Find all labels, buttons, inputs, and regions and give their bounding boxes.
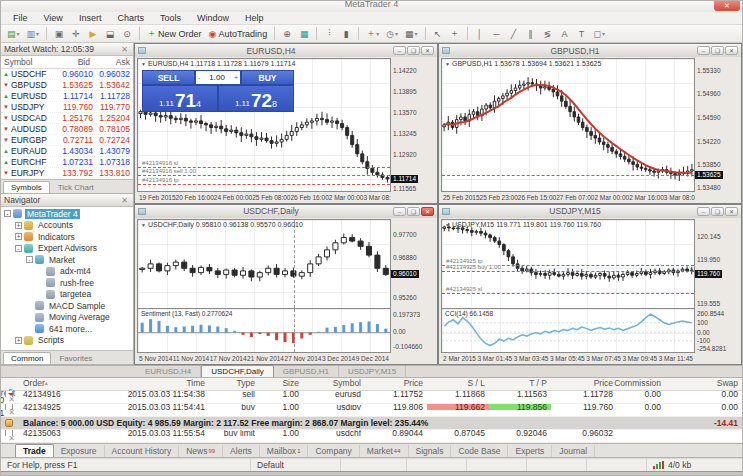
- chart-close-button[interactable]: ✕: [725, 207, 738, 216]
- market-watch-tab-symbols[interactable]: Symbols: [3, 181, 50, 193]
- candlestick-icon[interactable]: ▮: [338, 26, 354, 41]
- chart-price-pane[interactable]: ▼EURUSD,H4 1.11718 1.11728 1.11679 1.117…: [137, 58, 391, 192]
- indicator-pane[interactable]: Sentiment (13, Fast) 0.27706240.1973730.…: [137, 309, 391, 353]
- close-icon[interactable]: ✕: [119, 45, 130, 54]
- volume-stepper[interactable]: -1.00+: [195, 70, 241, 85]
- expand-icon[interactable]: +: [15, 233, 22, 240]
- close-icon[interactable]: ✕: [119, 196, 130, 205]
- magnifier-icon[interactable]: ⊙: [119, 26, 135, 41]
- menu-help[interactable]: Help: [237, 13, 272, 23]
- chart-minimize-button[interactable]: –: [697, 207, 710, 216]
- navigator-tab-common[interactable]: Common: [3, 352, 51, 364]
- close-position-icon[interactable]: ✕: [8, 397, 15, 403]
- new-order-button[interactable]: ＋New Order: [144, 26, 205, 41]
- chart-minimize-button[interactable]: –: [393, 46, 406, 55]
- menu-window[interactable]: Window: [189, 13, 237, 23]
- periods-icon[interactable]: ◷▾: [383, 26, 401, 41]
- market-watch-row-usdjpy[interactable]: ▼USDJPY119.760119.770: [1, 102, 133, 113]
- collapse-icon[interactable]: -: [4, 210, 11, 217]
- templates-icon[interactable]: ▦▾: [402, 26, 421, 41]
- chart-dropdown-icon[interactable]: ▼: [445, 222, 450, 228]
- terminal-tab-signals[interactable]: Signals: [409, 445, 452, 457]
- chart-close-button[interactable]: ✕: [421, 46, 434, 55]
- chart-titlebar[interactable]: USDJPY,M15–❏✕: [439, 205, 741, 218]
- market-watch-row-usdcad[interactable]: ▼USDCAD1.251761.25204: [1, 113, 133, 124]
- tile-windows-icon[interactable]: ▦: [296, 26, 312, 41]
- market-watch-tab-tick-chart[interactable]: Tick Chart: [50, 181, 102, 193]
- terminal-column-commission[interactable]: Commission: [617, 378, 665, 388]
- chart-tab-usdchf-daily[interactable]: USDCHF,Daily: [201, 365, 273, 377]
- expand-icon[interactable]: +: [15, 337, 22, 344]
- terminal-column-symbol[interactable]: Symbol: [303, 378, 365, 388]
- terminal-tab-trade[interactable]: Trade: [15, 444, 54, 457]
- chart-minimize-button[interactable]: –: [393, 207, 406, 216]
- autoscroll-icon[interactable]: ▶: [85, 26, 101, 41]
- navigator-item-rush-free[interactable]: rush-free: [1, 277, 133, 289]
- terminal-column-type[interactable]: Type: [209, 378, 259, 388]
- terminal-column-time[interactable]: Time: [81, 378, 209, 388]
- navigator-item-adx-mt4[interactable]: adx-mt4: [1, 266, 133, 278]
- terminal-column-swap[interactable]: Swap: [665, 378, 742, 388]
- navigator-item-641-more-[interactable]: 641 more...: [1, 323, 133, 335]
- new-chart-icon[interactable]: ▤▾: [4, 26, 23, 41]
- fibonacci-icon[interactable]: ≶: [540, 26, 556, 41]
- menu-view[interactable]: View: [36, 13, 71, 23]
- chart-price-pane[interactable]: ▼USDCHF,Daily 0.95810 0.96138 0.95570 0.…: [137, 219, 391, 309]
- navigator-item-targetea[interactable]: targetea: [1, 289, 133, 301]
- sell-button[interactable]: SELL: [142, 70, 195, 85]
- horizontal-line-icon[interactable]: ─: [489, 26, 505, 41]
- navigator-item-macd-sample[interactable]: MACD Sample: [1, 300, 133, 312]
- text-icon[interactable]: A: [557, 26, 573, 41]
- window-close-button[interactable]: ✕: [714, 1, 740, 11]
- chart-dropdown-icon[interactable]: ▼: [445, 61, 450, 67]
- profiles-icon[interactable]: ▥▾: [24, 26, 43, 41]
- navigator-item-accounts[interactable]: +Accounts: [1, 220, 133, 232]
- cursor-icon[interactable]: ↖: [430, 26, 446, 41]
- chart-tab-eurusd-h4[interactable]: EURUSD,H4: [136, 366, 201, 377]
- chart-close-button[interactable]: ✕: [725, 46, 738, 55]
- terminal-balance-row[interactable]: Balance: 5 000.00 USD Equity: 4 985.59 M…: [1, 417, 742, 430]
- terminal-tab-journal[interactable]: Journal: [552, 445, 595, 457]
- status-profile[interactable]: Default: [251, 459, 341, 471]
- terminal-column-order[interactable]: Order ▴: [19, 378, 81, 388]
- sell-price[interactable]: 1.11714: [142, 85, 218, 112]
- crosshair-tool-icon[interactable]: ＋: [447, 26, 463, 41]
- indicator-pane[interactable]: CCI(14) 66.1458260.85441000.00-100-254.8…: [441, 309, 695, 353]
- autotrading-button[interactable]: ◉AutoTrading: [206, 26, 271, 41]
- collapse-icon[interactable]: -: [15, 245, 22, 252]
- chart-restore-button[interactable]: ❏: [711, 46, 724, 55]
- market-watch-row-usdchf[interactable]: ▲USDCHF0.960100.96032: [1, 69, 133, 80]
- chart-titlebar[interactable]: GBPUSD,H1–❏✕: [439, 44, 741, 57]
- zoom-in-icon[interactable]: ⊕: [279, 26, 295, 41]
- chart-tab-usdjpy-m15[interactable]: USDJPY,M15: [339, 366, 406, 377]
- terminal-tab-alerts[interactable]: Alerts: [223, 445, 260, 457]
- navigator-item-scripts[interactable]: +Scripts: [1, 335, 133, 347]
- chart-titlebar[interactable]: USDCHF,Daily–❏✕: [135, 205, 437, 218]
- terminal-order-row-42135063[interactable]: 421350632015.03.03 11:55:54buy limit1.00…: [1, 430, 742, 443]
- chart-dropdown-icon[interactable]: ▼: [141, 222, 146, 228]
- menu-file[interactable]: File: [5, 13, 36, 23]
- market-watch-row-eurjpy[interactable]: ▼EURJPY133.792133.810: [1, 168, 133, 179]
- market-watch-row-eurusd[interactable]: ▲EURUSD1.117141.11728: [1, 91, 133, 102]
- navigator-tab-favorites[interactable]: Favorites: [51, 352, 100, 364]
- terminal-tab-company[interactable]: Company: [308, 445, 359, 457]
- vertical-line-icon[interactable]: │: [472, 26, 488, 41]
- expand-icon[interactable]: +: [15, 222, 22, 229]
- navigator-item-market[interactable]: -Market: [1, 254, 133, 266]
- terminal-tab-account-history[interactable]: Account History: [105, 445, 180, 457]
- market-watch-row-euraud[interactable]: ▲EURAUD1.430341.43079: [1, 146, 133, 157]
- shapes-icon[interactable]: ◻▾: [591, 26, 609, 41]
- market-watch-row-gbpusd[interactable]: ▼GBPUSD1.536251.53642: [1, 80, 133, 91]
- channel-icon[interactable]: ∥: [523, 26, 539, 41]
- terminal-column-size[interactable]: Size: [259, 378, 303, 388]
- volume-decrease-icon[interactable]: -: [198, 74, 200, 81]
- terminal-column-s-l[interactable]: S / L: [427, 378, 489, 388]
- chart-price-pane[interactable]: ▼USDJPY,M15 119.771 119.801 119.760 119.…: [441, 219, 695, 309]
- trendline-icon[interactable]: ╱: [506, 26, 522, 41]
- terminal-tab-exposure[interactable]: Exposure: [54, 445, 105, 457]
- chart-dropdown-icon[interactable]: ▼: [141, 61, 146, 67]
- menu-tools[interactable]: Tools: [152, 13, 189, 23]
- menu-charts[interactable]: Charts: [109, 13, 152, 23]
- buy-price[interactable]: 1.11728: [218, 85, 294, 112]
- chart-minimize-button[interactable]: –: [697, 46, 710, 55]
